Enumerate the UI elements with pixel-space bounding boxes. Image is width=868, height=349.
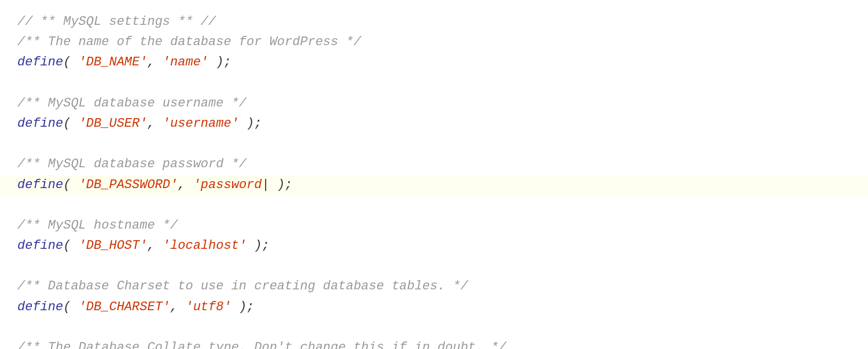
plain-text: (	[63, 238, 78, 253]
code-editor: // ** MySQL settings ** // /** The name …	[0, 0, 868, 349]
comment-text: // ** MySQL settings ** //	[17, 14, 216, 29]
code-line-9-highlighted: define( 'DB_PASSWORD', 'password| );	[0, 175, 868, 195]
string-db-password-val: 'password	[193, 178, 262, 192]
plain-text: (	[63, 178, 78, 192]
plain-text: (	[63, 55, 78, 69]
plain-text: ,	[147, 238, 162, 253]
string-db-user-key: 'DB_USER'	[79, 116, 148, 131]
string-db-host-val: 'localhost'	[163, 238, 247, 253]
blank-line-3	[17, 195, 851, 215]
comment-text: /** The Database Collate type. Don't cha…	[17, 340, 506, 349]
plain-text: );	[270, 178, 293, 192]
string-db-password-key: 'DB_PASSWORD'	[79, 178, 178, 192]
code-line-17: /** The Database Collate type. Don't cha…	[17, 337, 851, 349]
plain-text: ,	[147, 55, 162, 69]
string-db-charset-val: 'utf8'	[185, 300, 231, 314]
blank-line-2	[17, 134, 851, 154]
code-line-6: define( 'DB_USER', 'username' );	[17, 113, 851, 134]
keyword-define: define	[17, 116, 63, 131]
keyword-define: define	[17, 55, 63, 69]
plain-text: );	[247, 238, 270, 253]
blank-line-1	[17, 73, 851, 93]
string-db-charset-key: 'DB_CHARSET'	[79, 300, 170, 314]
comment-text: /** MySQL hostname */	[17, 218, 178, 233]
blank-line-5	[17, 317, 851, 337]
keyword-define: define	[17, 238, 63, 253]
string-db-host-key: 'DB_HOST'	[79, 238, 148, 253]
code-line-12: define( 'DB_HOST', 'localhost' );	[17, 236, 851, 256]
blank-line-4	[17, 256, 851, 276]
code-line-14: /** Database Charset to use in creating …	[17, 276, 851, 296]
comment-text: /** The name of the database for WordPre…	[17, 35, 361, 49]
string-db-user-val: 'username'	[163, 116, 239, 131]
plain-text: );	[239, 116, 262, 131]
comment-text: /** MySQL database password */	[17, 157, 247, 171]
comment-text: /** Database Charset to use in creating …	[17, 279, 468, 293]
code-line-15: define( 'DB_CHARSET', 'utf8' );	[17, 297, 851, 317]
plain-text: );	[231, 300, 255, 314]
code-line-1: // ** MySQL settings ** //	[17, 12, 851, 32]
code-line-3: define( 'DB_NAME', 'name' );	[17, 52, 851, 72]
string-db-name-key: 'DB_NAME'	[79, 55, 148, 69]
code-line-8: /** MySQL database password */	[17, 154, 851, 174]
plain-text: ,	[178, 178, 193, 192]
plain-text: ,	[170, 300, 185, 314]
plain-text: (	[63, 300, 78, 314]
code-line-5: /** MySQL database username */	[17, 93, 851, 113]
plain-text: );	[208, 55, 231, 69]
keyword-define: define	[17, 178, 63, 192]
string-db-name-val: 'name'	[163, 55, 208, 69]
cursor: |	[262, 178, 270, 192]
keyword-define: define	[17, 300, 63, 314]
comment-text: /** MySQL database username */	[17, 96, 247, 111]
code-line-2: /** The name of the database for WordPre…	[17, 32, 851, 52]
code-line-11: /** MySQL hostname */	[17, 215, 851, 236]
plain-text: (	[63, 116, 78, 131]
plain-text: ,	[147, 116, 162, 131]
